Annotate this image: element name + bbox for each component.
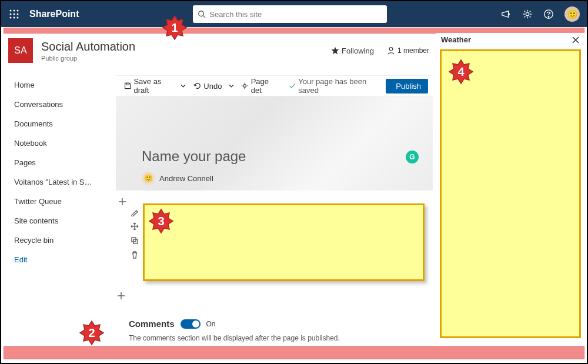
page-title-input[interactable]: Name your page <box>142 148 246 165</box>
annotation-bar-bottom <box>4 346 584 359</box>
svg-point-9 <box>199 11 204 16</box>
waffle-icon <box>9 9 19 19</box>
duplicate-icon[interactable] <box>131 236 139 245</box>
page-header-zone[interactable]: Name your page 🙂 Andrew Connell G <box>116 96 433 191</box>
svg-point-6 <box>10 17 12 19</box>
settings-icon <box>241 82 248 90</box>
nav-item[interactable]: Voitanos "Latest in SP D... <box>8 172 102 192</box>
comments-toggle[interactable] <box>181 319 201 329</box>
svg-line-10 <box>203 16 206 18</box>
nav-item[interactable]: Recycle bin <box>8 231 102 250</box>
nav-item[interactable]: Site contents <box>8 211 102 231</box>
checkmark-icon <box>289 82 296 90</box>
nav-item[interactable]: Home <box>8 75 102 95</box>
svg-point-7 <box>14 17 15 19</box>
svg-point-2 <box>17 10 19 12</box>
callout-1: 1 <box>162 15 188 41</box>
nav-item[interactable]: Notebook <box>8 133 102 153</box>
plus-icon[interactable] <box>118 198 126 206</box>
site-logo[interactable]: SA <box>8 38 33 63</box>
app-launcher-button[interactable] <box>1 1 27 27</box>
callout-2: 2 <box>79 320 105 346</box>
user-avatar[interactable]: 🙂 <box>564 6 580 22</box>
star-icon <box>331 46 339 55</box>
save-draft-button[interactable]: Save as draft <box>121 75 177 96</box>
nav-edit-link[interactable]: Edit <box>8 250 102 269</box>
chevron-down-icon[interactable] <box>181 83 186 89</box>
add-section-button[interactable] <box>116 290 126 301</box>
page-toolbar: Save as draft Undo Page det Your page ha… <box>116 75 433 96</box>
comments-heading: Comments <box>129 319 175 329</box>
chevron-down-icon[interactable] <box>229 83 234 89</box>
section-rail <box>116 191 129 206</box>
save-status: Your page has been saved <box>285 75 383 96</box>
undo-icon <box>193 82 201 90</box>
svg-point-0 <box>10 10 12 12</box>
save-icon <box>124 82 131 90</box>
nav-item[interactable]: Pages <box>8 153 102 172</box>
settings-gear-icon[interactable] <box>522 9 533 19</box>
svg-point-8 <box>17 17 19 19</box>
property-pane-body[interactable] <box>440 49 581 338</box>
site-subtitle: Public group <box>41 55 135 62</box>
callout-3: 3 <box>148 208 174 234</box>
webpart-rail <box>129 208 141 259</box>
page-author[interactable]: 🙂 Andrew Connell <box>142 172 213 185</box>
site-header: SA Social Automation Public group Follow… <box>8 36 433 65</box>
move-icon[interactable] <box>131 222 139 231</box>
comments-row: Comments On <box>129 319 216 329</box>
author-name: Andrew Connell <box>159 174 213 183</box>
brand-label: SharePoint <box>29 9 79 19</box>
page-details-button[interactable]: Page det <box>238 75 281 96</box>
svg-point-4 <box>14 14 15 15</box>
search-box[interactable] <box>193 5 387 23</box>
nav-item[interactable]: Documents <box>8 114 102 133</box>
search-input[interactable] <box>209 10 382 19</box>
undo-button[interactable]: Undo <box>189 80 225 92</box>
svg-point-15 <box>389 47 393 51</box>
svg-point-5 <box>17 14 19 15</box>
edit-pencil-icon[interactable] <box>131 208 139 216</box>
callout-4: 4 <box>448 59 474 85</box>
webpart-placeholder[interactable] <box>143 203 425 281</box>
help-icon[interactable] <box>543 9 554 19</box>
nav-item[interactable]: Conversations <box>8 95 102 114</box>
nav-item[interactable]: Twitter Queue <box>8 192 102 211</box>
suite-bar: SharePoint 🙂 <box>1 1 587 27</box>
site-title[interactable]: Social Automation <box>41 40 135 54</box>
publish-button[interactable]: Publish <box>386 79 428 93</box>
delete-icon[interactable] <box>131 251 139 259</box>
svg-point-13 <box>548 16 549 17</box>
close-icon[interactable] <box>572 36 580 44</box>
comments-toggle-label: On <box>206 320 216 328</box>
comments-note: The comments section will be displayed a… <box>129 334 340 342</box>
svg-point-3 <box>10 14 12 15</box>
svg-rect-16 <box>126 83 129 85</box>
svg-marker-14 <box>332 47 339 55</box>
megaphone-icon[interactable] <box>501 9 512 19</box>
suite-bar-right: 🙂 <box>501 6 587 22</box>
property-pane-title: Weather <box>441 35 471 44</box>
grammarly-icon[interactable]: G <box>406 151 419 163</box>
svg-point-1 <box>14 10 15 12</box>
person-icon <box>387 46 395 55</box>
plus-icon <box>117 292 125 300</box>
members-link[interactable]: 1 member <box>387 46 429 55</box>
follow-button[interactable]: Following <box>331 46 374 55</box>
search-icon <box>198 10 206 18</box>
svg-point-11 <box>526 12 529 15</box>
svg-point-17 <box>243 85 246 88</box>
author-avatar-icon: 🙂 <box>142 172 155 185</box>
left-nav: Home Conversations Documents Notebook Pa… <box>8 75 102 269</box>
